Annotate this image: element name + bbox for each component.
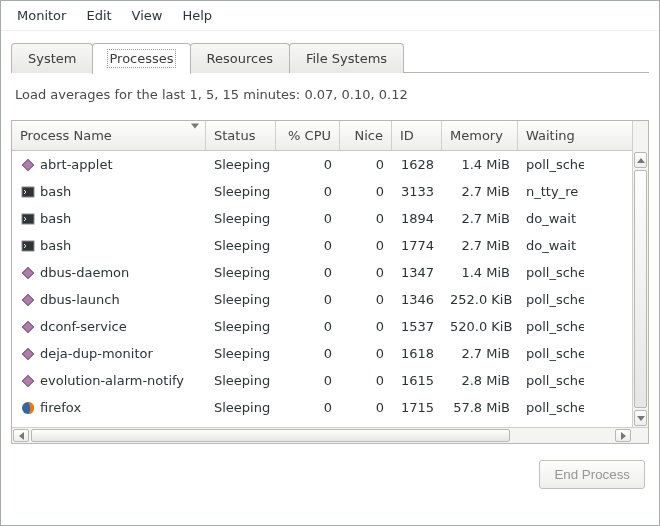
table-row[interactable]: bashSleeping0018942.7 MiBdo_wait (12, 205, 632, 232)
cell-id: 1347 (392, 265, 442, 280)
cell-waiting: poll_sche (518, 400, 584, 415)
cell-nice: 0 (340, 400, 392, 415)
menu-view[interactable]: View (122, 5, 173, 26)
cell-status: Sleeping (206, 292, 276, 307)
svg-rect-5 (22, 294, 33, 305)
tab-file-systems[interactable]: File Systems (289, 43, 404, 73)
terminal-icon (20, 184, 36, 200)
column-header-memory[interactable]: Memory (442, 121, 518, 150)
cell-nice: 0 (340, 157, 392, 172)
scrollbar-track[interactable] (30, 428, 614, 443)
process-name-text: firefox (40, 400, 81, 415)
table-row[interactable]: dbus-daemonSleeping0013471.4 MiBpoll_sch… (12, 259, 632, 286)
column-header-nice[interactable]: Nice (340, 121, 392, 150)
menu-help[interactable]: Help (172, 5, 222, 26)
scrollbar-thumb[interactable] (31, 429, 510, 442)
cell-memory: 2.8 MiB (442, 373, 518, 388)
diamond-icon (20, 373, 36, 389)
diamond-icon (20, 292, 36, 308)
cell-status: Sleeping (206, 238, 276, 253)
menubar: MonitorEditViewHelp (1, 1, 659, 31)
cell-status: Sleeping (206, 184, 276, 199)
cell-process-name: bash (12, 238, 206, 254)
cell-waiting: do_wait (518, 238, 584, 253)
process-name-text: evolution-alarm-notify (40, 373, 184, 388)
table-row[interactable]: deja-dup-monitorSleeping0016182.7 MiBpol… (12, 340, 632, 367)
cell-id: 1715 (392, 400, 442, 415)
terminal-icon (20, 238, 36, 254)
cell-cpu: 0 (276, 373, 340, 388)
tab-processes[interactable]: Processes (92, 43, 190, 74)
cell-memory: 1.4 MiB (442, 265, 518, 280)
cell-waiting: poll_sche (518, 292, 584, 307)
cell-cpu: 0 (276, 157, 340, 172)
cell-waiting: poll_sche (518, 265, 584, 280)
cell-status: Sleeping (206, 265, 276, 280)
tab-system[interactable]: System (11, 43, 93, 73)
table-row[interactable]: bashSleeping0031332.7 MiBn_tty_re (12, 178, 632, 205)
end-process-button[interactable]: End Process (539, 460, 645, 489)
cell-nice: 0 (340, 211, 392, 226)
cell-process-name: abrt-applet (12, 157, 206, 173)
cell-nice: 0 (340, 292, 392, 307)
cell-waiting: poll_sche (518, 319, 584, 334)
process-name-text: abrt-applet (40, 157, 113, 172)
cell-status: Sleeping (206, 373, 276, 388)
column-label: Status (214, 128, 255, 143)
table-row[interactable]: dconf-serviceSleeping001537520.0 KiBpoll… (12, 313, 632, 340)
cell-nice: 0 (340, 184, 392, 199)
cell-cpu: 0 (276, 265, 340, 280)
cell-id: 1537 (392, 319, 442, 334)
scroll-down-icon[interactable] (634, 410, 647, 426)
cell-id: 1346 (392, 292, 442, 307)
menu-monitor[interactable]: Monitor (7, 5, 76, 26)
cell-cpu: 0 (276, 184, 340, 199)
cell-process-name: bash (12, 184, 206, 200)
horizontal-scrollbar[interactable] (12, 427, 648, 443)
column-header-cpu[interactable]: % CPU (276, 121, 340, 150)
table-row[interactable]: abrt-appletSleeping0016281.4 MiBpoll_sch… (12, 151, 632, 178)
cell-id: 1894 (392, 211, 442, 226)
cell-status: Sleeping (206, 319, 276, 334)
cell-memory: 2.7 MiB (442, 238, 518, 253)
column-label: Process Name (20, 128, 112, 143)
scroll-up-icon[interactable] (634, 152, 647, 168)
cell-nice: 0 (340, 238, 392, 253)
cell-id: 1628 (392, 157, 442, 172)
cell-cpu: 0 (276, 319, 340, 334)
sort-indicator-icon (191, 128, 199, 143)
column-label: Nice (355, 128, 383, 143)
tab-resources[interactable]: Resources (190, 43, 290, 73)
cell-waiting: poll_sche (518, 157, 584, 172)
column-label: Waiting (526, 128, 575, 143)
column-label: ID (400, 128, 414, 143)
cell-memory: 57.8 MiB (442, 400, 518, 415)
column-header-process-name[interactable]: Process Name (12, 121, 206, 150)
cell-cpu: 0 (276, 400, 340, 415)
cell-waiting: n_tty_re (518, 184, 584, 199)
svg-rect-8 (22, 375, 33, 386)
table-row[interactable]: dbus-launchSleeping001346252.0 KiBpoll_s… (12, 286, 632, 313)
table-header: Process Name Status % CPU Nice ID Memory… (12, 121, 632, 151)
column-header-status[interactable]: Status (206, 121, 276, 150)
table-row[interactable]: bashSleeping0017742.7 MiBdo_wait (12, 232, 632, 259)
column-header-waiting[interactable]: Waiting (518, 121, 584, 150)
cell-nice: 0 (340, 346, 392, 361)
cell-process-name: bash (12, 211, 206, 227)
table-row[interactable]: firefoxSleeping00171557.8 MiBpoll_sche (12, 394, 632, 421)
cell-cpu: 0 (276, 292, 340, 307)
scrollbar-thumb[interactable] (634, 170, 647, 408)
vertical-scrollbar[interactable] (632, 121, 648, 427)
svg-rect-6 (22, 321, 33, 332)
tabs: SystemProcessesResourcesFile Systems (1, 31, 659, 73)
cell-id: 3133 (392, 184, 442, 199)
scroll-left-icon[interactable] (13, 429, 29, 442)
scroll-right-icon[interactable] (615, 429, 631, 442)
menu-edit[interactable]: Edit (76, 5, 121, 26)
table-row[interactable]: evolution-alarm-notifySleeping0016152.8 … (12, 367, 632, 394)
cell-process-name: dbus-launch (12, 292, 206, 308)
table-rows: abrt-appletSleeping0016281.4 MiBpoll_sch… (12, 151, 632, 421)
cell-status: Sleeping (206, 400, 276, 415)
column-header-id[interactable]: ID (392, 121, 442, 150)
cell-memory: 1.4 MiB (442, 157, 518, 172)
